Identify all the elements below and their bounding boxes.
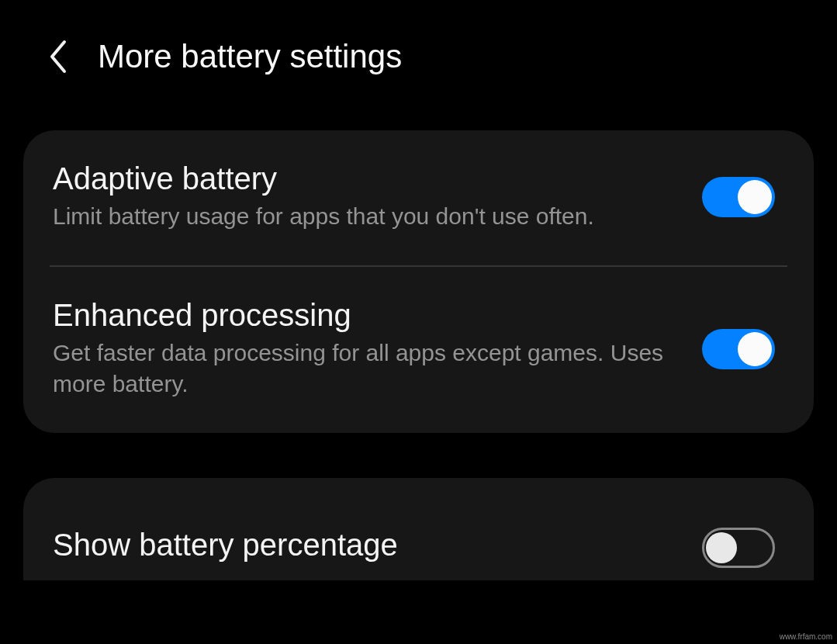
toggle-knob	[706, 532, 737, 563]
settings-card-1: Adaptive battery Limit battery usage for…	[23, 130, 814, 433]
enhanced-processing-text: Enhanced processing Get faster data proc…	[53, 298, 702, 400]
toggle-knob	[738, 180, 772, 214]
enhanced-processing-description: Get faster data processing for all apps …	[53, 338, 679, 400]
show-battery-percentage-toggle[interactable]	[702, 528, 775, 568]
adaptive-battery-toggle[interactable]	[702, 177, 775, 217]
header: More battery settings	[0, 0, 837, 76]
show-battery-percentage-row[interactable]: Show battery percentage	[23, 478, 814, 580]
adaptive-battery-description: Limit battery usage for apps that you do…	[53, 201, 679, 233]
enhanced-processing-title: Enhanced processing	[53, 298, 679, 333]
watermark: www.frfam.com	[780, 632, 832, 641]
adaptive-battery-row[interactable]: Adaptive battery Limit battery usage for…	[23, 130, 814, 265]
adaptive-battery-title: Adaptive battery	[53, 161, 679, 196]
adaptive-battery-text: Adaptive battery Limit battery usage for…	[53, 161, 702, 233]
show-battery-percentage-title: Show battery percentage	[53, 528, 679, 563]
enhanced-processing-row[interactable]: Enhanced processing Get faster data proc…	[23, 267, 814, 433]
show-battery-percentage-text: Show battery percentage	[53, 528, 702, 567]
enhanced-processing-toggle[interactable]	[702, 329, 775, 369]
settings-card-2: Show battery percentage	[23, 478, 814, 580]
toggle-knob	[738, 332, 772, 366]
back-icon[interactable]	[47, 37, 70, 76]
page-title: More battery settings	[98, 38, 402, 75]
